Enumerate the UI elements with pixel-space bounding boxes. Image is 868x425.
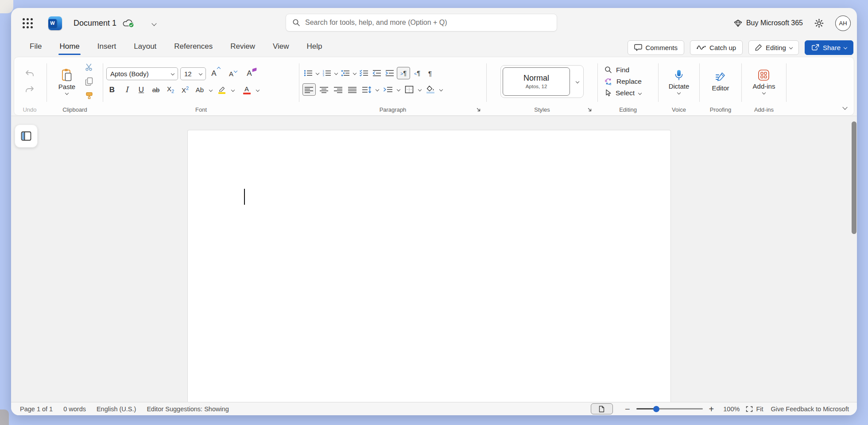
checklist-button[interactable]: [358, 67, 370, 79]
document-page[interactable]: [187, 130, 671, 402]
shrink-font-button[interactable]: A: [225, 68, 237, 79]
bold-button[interactable]: B: [106, 84, 118, 96]
paragraph-dialog-launcher[interactable]: [476, 107, 481, 113]
highlight-chevron[interactable]: [231, 89, 235, 91]
redo-button[interactable]: [24, 84, 35, 95]
zoom-out-button[interactable]: −: [625, 405, 630, 413]
addins-button[interactable]: Add-ins: [749, 67, 779, 96]
right-to-left-button[interactable]: <¶: [411, 67, 423, 79]
tab-references[interactable]: References: [170, 39, 216, 55]
font-family-combobox[interactable]: Aptos (Body): [106, 67, 178, 80]
justify-button[interactable]: [347, 84, 358, 95]
print-layout-view-button[interactable]: [591, 403, 613, 414]
line-spacing-chevron[interactable]: [375, 88, 380, 91]
settings-button[interactable]: [814, 19, 824, 28]
shading-chevron[interactable]: [439, 88, 443, 91]
tab-layout[interactable]: Layout: [130, 39, 160, 55]
align-center-button[interactable]: [318, 84, 330, 95]
word-count-status[interactable]: 0 words: [63, 406, 86, 413]
paste-button[interactable]: Paste: [55, 66, 79, 96]
superscript-button[interactable]: X2: [179, 84, 191, 96]
font-size-combobox[interactable]: 12: [180, 67, 206, 80]
styles-dialog-launcher[interactable]: [587, 107, 593, 113]
document-title-chevron[interactable]: [152, 19, 156, 27]
superscript-digit: 2: [186, 86, 189, 91]
numbering-chevron[interactable]: [334, 72, 338, 74]
search-input[interactable]: [305, 19, 550, 27]
dictate-button[interactable]: Dictate: [665, 67, 693, 96]
zoom-in-button[interactable]: +: [709, 405, 714, 413]
show-formatting-marks-button[interactable]: ¶: [424, 67, 436, 79]
share-button[interactable]: Share: [805, 40, 853, 55]
tab-help[interactable]: Help: [303, 39, 326, 55]
editor-suggestions-status[interactable]: Editor Suggestions: Showing: [147, 406, 229, 413]
align-left-button[interactable]: [302, 83, 316, 96]
borders-chevron[interactable]: [418, 88, 422, 91]
font-color-button[interactable]: A: [241, 84, 252, 96]
navigation-pane-toggle[interactable]: [15, 125, 38, 148]
copy-button[interactable]: [83, 76, 95, 87]
comments-button[interactable]: Comments: [628, 40, 685, 55]
style-normal-card[interactable]: Normal Aptos, 12: [503, 67, 570, 96]
editing-group-label: Editing: [601, 104, 655, 115]
cut-button[interactable]: [83, 62, 95, 73]
zoom-slider[interactable]: [636, 406, 703, 412]
editing-mode-button[interactable]: Editing: [748, 40, 799, 55]
subscript-button[interactable]: X2: [165, 84, 176, 96]
buy-microsoft-365-button[interactable]: Buy Microsoft 365: [734, 19, 803, 27]
catch-up-button[interactable]: Catch up: [690, 40, 743, 55]
tab-view[interactable]: View: [269, 39, 293, 55]
group-separator: [299, 63, 299, 102]
numbering-button[interactable]: 123: [321, 67, 333, 79]
tab-review[interactable]: Review: [227, 39, 259, 55]
cloud-saved-icon[interactable]: [123, 19, 135, 28]
more-font-formats-chevron[interactable]: [209, 89, 213, 91]
grow-font-button[interactable]: A: [208, 68, 220, 79]
increase-indent-button[interactable]: [384, 67, 395, 79]
tab-file[interactable]: File: [26, 39, 45, 55]
collapse-ribbon-button[interactable]: [843, 103, 847, 111]
underline-button[interactable]: U: [136, 84, 147, 96]
zoom-percentage[interactable]: 100%: [723, 406, 740, 413]
editing-group: Find b c Replace: [601, 59, 655, 115]
tab-insert[interactable]: Insert: [94, 39, 120, 55]
decrease-indent-button[interactable]: [371, 67, 383, 79]
chevron-down-icon: [376, 88, 379, 91]
undo-button[interactable]: [24, 68, 35, 79]
styles-gallery-chevron[interactable]: [572, 66, 583, 97]
language-status[interactable]: English (U.S.): [97, 406, 136, 413]
word-logo-icon[interactable]: W: [48, 16, 62, 30]
paragraph-spacing-button[interactable]: [382, 84, 394, 95]
zoom-slider-thumb[interactable]: [653, 406, 659, 412]
italic-button[interactable]: I: [121, 84, 132, 96]
fit-to-width-button[interactable]: Fit: [746, 406, 763, 413]
multilevel-list-button[interactable]: [340, 67, 351, 79]
more-font-formats-button[interactable]: Ab: [194, 84, 205, 96]
app-launcher-button[interactable]: [20, 16, 35, 31]
format-painter-button[interactable]: [83, 90, 95, 101]
account-avatar[interactable]: AH: [835, 16, 851, 31]
select-button[interactable]: Select: [604, 89, 642, 97]
borders-button[interactable]: [403, 84, 415, 95]
feedback-link[interactable]: Give Feedback to Microsoft: [771, 406, 849, 413]
line-spacing-button[interactable]: [361, 84, 372, 95]
tab-home[interactable]: Home: [56, 39, 83, 55]
bullets-chevron[interactable]: [315, 72, 320, 74]
bullets-button[interactable]: [302, 67, 314, 79]
paragraph-spacing-chevron[interactable]: [396, 88, 401, 91]
font-color-chevron[interactable]: [256, 89, 260, 91]
find-button[interactable]: Find: [604, 66, 642, 74]
left-to-right-button[interactable]: >¶: [397, 67, 410, 79]
document-title[interactable]: Document 1: [74, 19, 116, 28]
replace-button[interactable]: b c Replace: [604, 78, 642, 86]
search-bar[interactable]: [286, 14, 557, 31]
text-highlight-button[interactable]: [216, 84, 228, 96]
multilevel-chevron[interactable]: [353, 72, 357, 74]
clear-formatting-button[interactable]: A: [244, 68, 255, 79]
strikethrough-button[interactable]: ab: [150, 84, 162, 96]
page-count-status[interactable]: Page 1 of 1: [20, 406, 53, 413]
vertical-scrollbar-thumb[interactable]: [852, 121, 856, 234]
align-right-button[interactable]: [333, 84, 344, 95]
editor-button[interactable]: Editor: [708, 70, 732, 94]
shading-button[interactable]: [425, 84, 436, 95]
